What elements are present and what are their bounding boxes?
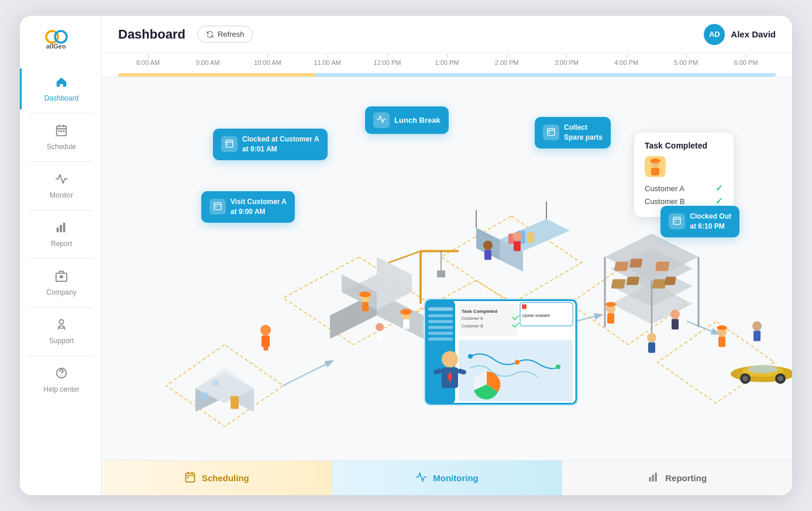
svg-rect-102 bbox=[665, 277, 676, 285]
user-badge[interactable]: AD Alex David bbox=[704, 24, 776, 45]
svg-rect-70 bbox=[428, 332, 453, 335]
monitor-icon bbox=[55, 172, 68, 188]
svg-rect-132 bbox=[675, 221, 676, 222]
scheduling-label: Scheduling bbox=[202, 473, 249, 483]
svg-rect-124 bbox=[214, 203, 221, 210]
svg-rect-8 bbox=[60, 225, 62, 232]
svg-rect-60 bbox=[484, 250, 491, 260]
sidebar-item-helpcenter[interactable]: Help center bbox=[20, 360, 101, 400]
nav-divider-3 bbox=[28, 210, 93, 210]
refresh-button[interactable]: Refresh bbox=[197, 26, 253, 43]
lunch-break-text: Lunch Break bbox=[394, 116, 441, 125]
tick-6pm: 6:00 PM bbox=[716, 59, 776, 66]
svg-point-81 bbox=[515, 360, 519, 365]
svg-rect-27 bbox=[200, 393, 208, 400]
svg-point-12 bbox=[59, 320, 63, 324]
tick-11am: 11:00 AM bbox=[298, 59, 357, 66]
bottom-bar: Scheduling Monitoring Re bbox=[102, 460, 792, 495]
svg-rect-9 bbox=[63, 223, 66, 233]
nav-divider-4 bbox=[28, 258, 93, 259]
sidebar-item-dashboard[interactable]: Dashboard bbox=[20, 68, 101, 109]
svg-rect-77 bbox=[522, 305, 527, 309]
tick-2pm: 2:00 PM bbox=[477, 59, 536, 66]
svg-rect-50 bbox=[377, 332, 383, 341]
svg-rect-131 bbox=[673, 217, 680, 225]
sidebar-label-monitor: Monitor bbox=[50, 191, 73, 199]
svg-rect-5 bbox=[61, 130, 63, 132]
svg-rect-69 bbox=[428, 326, 453, 329]
clocked-out-box: Clocked Out at 6:10 PM bbox=[660, 206, 739, 237]
svg-rect-96 bbox=[614, 262, 629, 271]
sidebar-item-monitor[interactable]: Monitor bbox=[20, 165, 101, 206]
svg-rect-123 bbox=[227, 144, 228, 145]
svg-point-120 bbox=[752, 322, 762, 331]
svg-point-59 bbox=[483, 241, 493, 250]
isometric-scene: Task Completed Customer A Customer B Upd… bbox=[102, 77, 792, 460]
sidebar-item-support[interactable]: Support bbox=[20, 311, 101, 352]
tab-reporting[interactable]: Reporting bbox=[562, 461, 792, 495]
sidebar-label-dashboard: Dashboard bbox=[44, 94, 79, 102]
task-item-customer-b: Customer B ✓ bbox=[645, 196, 723, 206]
tick-3pm: 3:00 PM bbox=[536, 59, 596, 66]
svg-rect-26 bbox=[230, 396, 239, 409]
nav-divider-1 bbox=[28, 113, 93, 113]
svg-point-113 bbox=[742, 376, 748, 382]
clocked-out-icon bbox=[669, 213, 685, 229]
monitoring-icon bbox=[415, 471, 427, 485]
svg-point-106 bbox=[670, 310, 680, 319]
nav-divider-2 bbox=[28, 161, 93, 162]
svg-rect-118 bbox=[718, 337, 725, 347]
svg-rect-98 bbox=[655, 262, 670, 271]
sidebar-item-report[interactable]: Report bbox=[20, 214, 101, 255]
clocked-at-icon bbox=[221, 136, 238, 152]
svg-point-105 bbox=[605, 302, 616, 307]
lunch-break-box: Lunch Break bbox=[365, 106, 449, 134]
sidebar-label-support: Support bbox=[49, 337, 74, 345]
clocked-at-text: Clocked at Customer A at 9:01 AM bbox=[242, 134, 319, 154]
svg-text:Task Completed: Task Completed bbox=[462, 309, 497, 314]
svg-rect-67 bbox=[428, 315, 453, 317]
svg-point-1 bbox=[55, 31, 67, 43]
task-card-user bbox=[645, 156, 723, 177]
svg-rect-47 bbox=[403, 320, 410, 329]
sidebar-label-company: Company bbox=[46, 288, 76, 296]
svg-rect-100 bbox=[627, 277, 639, 285]
svg-point-80 bbox=[468, 354, 473, 359]
logo[interactable]: allGeo bbox=[43, 26, 78, 52]
svg-point-119 bbox=[717, 326, 727, 330]
svg-rect-56 bbox=[527, 233, 534, 243]
svg-rect-66 bbox=[428, 308, 453, 311]
svg-rect-6 bbox=[63, 130, 65, 132]
timeline-track bbox=[118, 73, 776, 77]
svg-rect-125 bbox=[215, 206, 216, 208]
svg-rect-62 bbox=[514, 241, 521, 251]
svg-rect-99 bbox=[611, 279, 625, 289]
tick-10am: 10:00 AM bbox=[238, 59, 297, 66]
tick-1pm: 1:00 PM bbox=[417, 59, 477, 66]
svg-rect-121 bbox=[753, 331, 761, 341]
svg-line-40 bbox=[388, 251, 421, 263]
svg-point-115 bbox=[777, 376, 783, 382]
svg-rect-135 bbox=[649, 477, 651, 482]
sidebar-label-schedule: Schedule bbox=[47, 143, 76, 151]
nav-divider-6 bbox=[28, 355, 93, 356]
svg-rect-129 bbox=[651, 168, 659, 175]
clocked-at-box: Clocked at Customer A at 9:01 AM bbox=[213, 129, 328, 160]
clocked-out-text: Clocked Out at 6:10 PM bbox=[690, 212, 731, 232]
svg-rect-42 bbox=[437, 271, 445, 278]
app-container: allGeo Dashboard bbox=[20, 16, 792, 495]
svg-rect-4 bbox=[59, 130, 60, 132]
tab-scheduling[interactable]: Scheduling bbox=[102, 461, 332, 495]
task-item-customer-a: Customer A ✓ bbox=[645, 183, 723, 194]
svg-rect-7 bbox=[57, 227, 59, 232]
svg-rect-127 bbox=[549, 132, 550, 133]
sidebar-item-company[interactable]: Company bbox=[20, 263, 101, 303]
dashboard-content: Task Completed Customer A Customer B Upd… bbox=[102, 77, 792, 460]
visit-customer-text: Visit Customer A at 9:00 AM bbox=[230, 197, 287, 217]
svg-rect-122 bbox=[226, 140, 233, 147]
sidebar-item-schedule[interactable]: Schedule bbox=[20, 117, 101, 158]
svg-rect-137 bbox=[655, 473, 657, 482]
tab-monitoring[interactable]: Monitoring bbox=[332, 461, 563, 495]
help-icon bbox=[55, 367, 68, 382]
company-icon bbox=[55, 270, 68, 285]
